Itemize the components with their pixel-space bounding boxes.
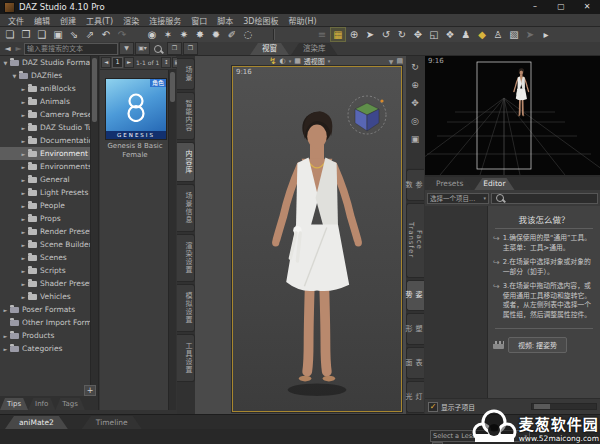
figure-tool-icon[interactable]: ♙ [490, 27, 506, 42]
orbit-tool-icon[interactable]: ↻ [394, 27, 410, 42]
tree-row[interactable]: Other Import Formats [0, 316, 98, 329]
tree-row[interactable]: ► Categories [0, 342, 98, 355]
dolly-control-icon[interactable]: ⊕ [411, 80, 419, 90]
property-group-list[interactable] [425, 206, 488, 398]
tree-row[interactable]: ► Products [0, 329, 98, 342]
tree-row[interactable]: ► Scene Builder [0, 238, 98, 251]
tree-row[interactable]: ► Scenes [0, 251, 98, 264]
spray-tool-icon[interactable]: ✐ [224, 27, 240, 42]
video-posing-button[interactable]: 视频: 摆姿势 [508, 337, 567, 353]
tab-timeline[interactable]: Timeline [82, 416, 142, 429]
tree-row[interactable]: ► Props [0, 212, 98, 225]
orbit-control-icon[interactable]: ↻ [411, 62, 419, 72]
pane-tab-scene-info[interactable]: 场景信息 [177, 184, 195, 232]
grid-snap-icon[interactable]: ▦ [330, 27, 346, 42]
pane-tab-shaping[interactable]: 塑形 [406, 313, 424, 345]
tab-viewport[interactable]: 视窗 [250, 43, 289, 55]
lasso-tool-icon[interactable]: ◌ [240, 27, 256, 42]
scale-tool-icon[interactable]: ◱ [426, 27, 442, 42]
menu-item[interactable]: 窗口 [186, 15, 212, 26]
expander-icon[interactable]: ► [20, 151, 27, 157]
expander-icon[interactable]: ► [20, 203, 27, 209]
prev-page-button[interactable]: ◄ [101, 57, 111, 68]
tree-row[interactable]: ▼ DAZ Studio Formats [0, 56, 98, 69]
next-page-button[interactable]: ► [124, 57, 134, 68]
maximize-button[interactable]: ▢ [548, 0, 574, 14]
toolbar-overflow-icon[interactable]: ▸ [538, 27, 554, 42]
expander-icon[interactable]: ► [20, 255, 27, 261]
show-subitems-checkbox[interactable]: ✓ [428, 402, 438, 412]
pane-tab-render-settings[interactable]: 渲染设置 [177, 234, 195, 282]
main-viewport[interactable]: ↯ ◐▾ ▦ 透视图 ▾ ▼ ▤ 9:16 [195, 56, 406, 414]
tree-row[interactable]: ► People [0, 199, 98, 212]
pan-control-icon[interactable]: ✥ [411, 98, 419, 108]
tree-row[interactable]: ► Light Presets [0, 186, 98, 199]
new-light-icon[interactable]: ✶ [160, 27, 176, 42]
pane-tab-scene[interactable]: 场景 [177, 58, 195, 90]
pane-tab-tool-settings[interactable]: 工具设置 [177, 334, 195, 382]
tab-info[interactable]: Info [28, 398, 55, 410]
expander-icon[interactable]: ► [20, 281, 27, 287]
pane-tab-face-transfer[interactable]: Face Transfer [406, 203, 424, 278]
tree-row[interactable]: ► Render Presets [0, 225, 98, 238]
new-file-icon[interactable]: ❏ [2, 27, 18, 42]
content-filter-button[interactable]: ▣▾ [135, 42, 150, 55]
expander-icon[interactable]: ► [20, 164, 27, 170]
expander-icon[interactable]: ► [2, 346, 9, 352]
forward-icon[interactable]: ► [13, 44, 24, 53]
material-fill-tool-icon[interactable]: ◆ [474, 27, 490, 42]
scene-menu-icon[interactable]: ≡ [314, 27, 330, 42]
expander-icon[interactable]: ► [2, 307, 9, 313]
menu-item[interactable]: 帮助(H) [283, 15, 321, 26]
tree-row[interactable]: ► General [0, 173, 98, 186]
tree-row[interactable]: ► Animals [0, 95, 98, 108]
expander-icon[interactable]: ► [2, 333, 9, 339]
tab-render-library[interactable]: 渲染库 [291, 43, 338, 55]
expander-icon[interactable]: ► [20, 138, 27, 144]
expander-icon[interactable]: ▼ [2, 60, 9, 66]
expander-icon[interactable]: ► [20, 99, 27, 105]
pane-menu-icon[interactable]: ▤ [396, 57, 403, 65]
expander-icon[interactable]: ► [20, 112, 27, 118]
sort-icon[interactable]: ↕ [161, 57, 171, 68]
page-number[interactable]: 1 [112, 57, 123, 68]
merge-file-icon[interactable]: ❑ [34, 27, 50, 42]
menu-item[interactable]: 渲染 [118, 15, 144, 26]
expander-icon[interactable]: ► [20, 242, 27, 248]
tab-presets[interactable]: Presets [427, 178, 472, 190]
universal-tool-icon[interactable]: ⊕ [346, 27, 362, 42]
expander-icon[interactable]: ► [20, 190, 27, 196]
new-null-icon[interactable]: ✷ [176, 27, 192, 42]
menu-item[interactable]: 3D绘图板 [238, 15, 283, 26]
tree-row[interactable]: ► Environment [0, 147, 98, 160]
redo-icon[interactable]: ↷ [114, 27, 130, 42]
expander-icon[interactable]: ► [20, 125, 27, 131]
menu-item[interactable]: 工具(T) [81, 15, 118, 26]
view-cube-gizmo[interactable] [345, 93, 389, 137]
viewport-options-caret[interactable]: ▼ [389, 58, 394, 65]
link-tool-icon[interactable]: ➤ [522, 27, 538, 42]
new-group-icon[interactable]: ✸ [192, 27, 208, 42]
new-primitive-icon[interactable]: ✹ [208, 27, 224, 42]
menu-item[interactable]: 编辑 [29, 15, 55, 26]
grid-icon[interactable]: ▦ [294, 57, 301, 65]
search-input[interactable] [24, 43, 118, 55]
back-icon[interactable]: ◄ [2, 44, 13, 53]
surface-select-tool-icon[interactable]: ❖ [442, 27, 458, 42]
menu-item[interactable]: 连接服务 [144, 15, 186, 26]
property-search-box[interactable] [491, 193, 598, 204]
item-selector-dropdown[interactable]: 选择一个项目...▾ [427, 193, 489, 204]
tree-row[interactable]: ► Environments [0, 160, 98, 173]
zoom-control-icon[interactable]: ◎ [411, 116, 419, 126]
folder-up-button[interactable]: ❒ [183, 42, 198, 55]
pane-tab-surfaces[interactable]: 表面 [406, 347, 424, 379]
expander-icon[interactable]: ► [20, 177, 27, 183]
menu-item[interactable]: 文件 [3, 15, 29, 26]
pane-tab-lights[interactable]: 灯光 [406, 381, 424, 413]
expander-icon[interactable]: ► [20, 216, 27, 222]
undo-icon[interactable]: ↶ [98, 27, 114, 42]
expander-icon[interactable]: ▼ [11, 73, 18, 79]
search-dropdown-button[interactable]: ▼ [119, 42, 134, 55]
tree-scrollbar[interactable] [90, 56, 98, 396]
expander-icon[interactable]: ► [20, 229, 27, 235]
